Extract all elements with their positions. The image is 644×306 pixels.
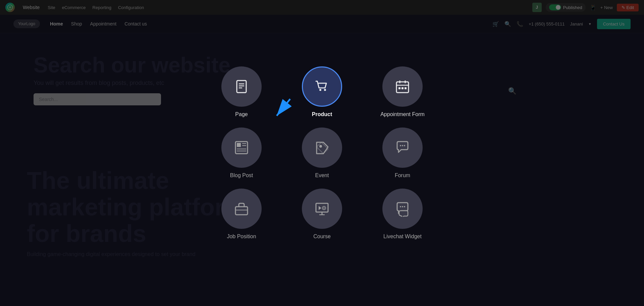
svg-rect-15: [237, 143, 241, 147]
livechat-icon-circle[interactable]: [382, 189, 423, 229]
page-icon: [233, 79, 250, 95]
job-briefcase-icon: [233, 201, 250, 217]
svg-point-32: [402, 206, 403, 207]
product-cart-icon: [314, 79, 330, 95]
svg-point-6: [324, 89, 326, 91]
product-label: Product: [312, 111, 332, 117]
svg-point-30: [323, 207, 325, 209]
job-label: Job Position: [227, 234, 256, 240]
page-label: Page: [235, 111, 248, 117]
item-appointment-form[interactable]: Appointment Form: [369, 66, 436, 117]
forum-chat-icon: [394, 140, 411, 156]
item-job-position[interactable]: Job Position: [208, 189, 275, 240]
item-forum[interactable]: Forum: [369, 128, 436, 178]
forum-label: Forum: [395, 172, 410, 178]
forum-icon-circle[interactable]: [382, 128, 423, 168]
item-page[interactable]: Page: [208, 66, 275, 117]
svg-point-22: [402, 145, 403, 146]
svg-rect-13: [405, 87, 407, 89]
event-tag-icon: [314, 140, 330, 156]
blog-icon: [233, 140, 250, 156]
appointment-icon-circle[interactable]: [382, 66, 423, 107]
course-label: Course: [313, 234, 331, 240]
item-livechat[interactable]: Livechat Widget: [369, 189, 436, 240]
svg-point-31: [400, 206, 401, 207]
course-icon-circle[interactable]: [302, 189, 342, 229]
svg-point-20: [319, 145, 322, 148]
appointment-calendar-icon: [394, 79, 411, 95]
job-icon-circle[interactable]: [221, 189, 262, 229]
blue-arrow-indicator: [270, 96, 297, 122]
livechat-label: Livechat Widget: [383, 234, 422, 240]
blog-icon-circle[interactable]: [221, 128, 262, 168]
svg-rect-26: [316, 203, 328, 212]
course-presentation-icon: [314, 201, 330, 217]
appointment-label: Appointment Form: [380, 111, 425, 117]
event-icon-circle[interactable]: [302, 128, 342, 168]
event-label: Event: [315, 172, 329, 178]
icon-grid: Page Product: [201, 60, 443, 246]
svg-rect-12: [401, 87, 404, 89]
svg-line-35: [277, 99, 290, 116]
blog-label: Blog Post: [230, 172, 253, 178]
new-page-modal: Page Product: [201, 60, 443, 246]
livechat-icon: [394, 201, 411, 217]
svg-point-5: [319, 89, 321, 91]
svg-rect-11: [398, 87, 400, 89]
item-product[interactable]: Product: [288, 66, 356, 117]
svg-rect-24: [235, 207, 248, 215]
item-course[interactable]: Course: [288, 189, 356, 240]
svg-point-21: [400, 145, 401, 146]
item-event[interactable]: Event: [288, 128, 356, 178]
svg-point-23: [404, 145, 405, 146]
svg-rect-1: [237, 81, 246, 93]
svg-point-33: [404, 206, 405, 207]
product-icon-circle[interactable]: [302, 66, 342, 107]
page-icon-circle[interactable]: [221, 66, 262, 107]
item-blog-post[interactable]: Blog Post: [208, 128, 275, 178]
